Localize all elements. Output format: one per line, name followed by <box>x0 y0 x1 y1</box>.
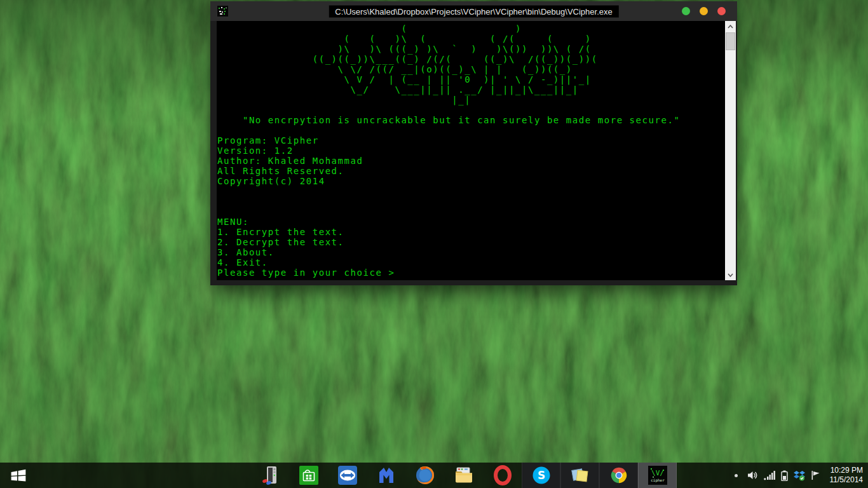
volume-icon[interactable] <box>747 470 758 480</box>
taskbar-item-vcipher[interactable]: \V/ cipher <box>638 463 677 488</box>
skype-icon: S <box>532 466 551 485</box>
chevron-down-icon <box>728 273 733 277</box>
desktop: C:\Users\Khaled\Dropbox\Projects\VCipher… <box>0 0 868 488</box>
taskbar-item-firefox[interactable] <box>405 463 444 488</box>
taskbar: S \ <box>0 463 868 488</box>
svg-text:\V/: \V/ <box>651 469 664 477</box>
tray-hidden-icons-dot[interactable] <box>735 474 738 477</box>
network-signal-icon[interactable] <box>764 470 775 480</box>
taskbar-item-skype[interactable]: S <box>522 463 560 488</box>
windows-logo-icon <box>10 467 27 484</box>
taskbar-item-malwarebytes[interactable] <box>367 463 405 488</box>
clock-date: 11/5/2014 <box>830 475 864 485</box>
taskbar-item-sticky-notes[interactable] <box>560 463 599 488</box>
svg-text:cipher: cipher <box>651 478 665 483</box>
console-window: C:\Users\Khaled\Dropbox\Projects\VCipher… <box>210 1 737 285</box>
teamviewer-icon <box>338 466 357 485</box>
console-output: ( ) ( ( )\ ( ( /( ( ) )\ )\ (((_) )\ ` )… <box>217 21 725 278</box>
taskbar-item-teamviewer[interactable] <box>328 463 367 488</box>
scroll-down-button[interactable] <box>725 269 736 280</box>
taskbar-item-pc-tower[interactable] <box>250 463 289 488</box>
taskbar-items: S \ <box>250 463 677 488</box>
scrollbar-thumb[interactable] <box>726 32 735 50</box>
taskbar-clock[interactable]: 10:29 PM 11/5/2014 <box>830 466 864 485</box>
console-scrollbar[interactable] <box>725 21 736 280</box>
window-icon <box>217 6 228 17</box>
window-controls <box>682 1 726 21</box>
window-titlebar[interactable]: C:\Users\Khaled\Dropbox\Projects\VCipher… <box>210 1 737 21</box>
taskbar-item-file-explorer[interactable] <box>444 463 483 488</box>
chevron-up-icon <box>728 25 733 29</box>
opera-icon <box>492 465 513 485</box>
firefox-icon <box>415 465 435 485</box>
pc-tower-icon <box>260 465 280 485</box>
malwarebytes-icon <box>377 466 396 485</box>
taskbar-item-opera[interactable] <box>483 463 522 488</box>
start-button[interactable] <box>0 463 37 488</box>
battery-icon[interactable] <box>781 470 788 481</box>
windows-store-icon <box>299 466 318 485</box>
clock-time: 10:29 PM <box>830 466 864 475</box>
svg-text:S: S <box>537 469 545 482</box>
chrome-icon <box>609 466 628 485</box>
system-tray: 10:29 PM 11/5/2014 <box>735 463 868 488</box>
maximize-button[interactable] <box>700 7 708 15</box>
close-button[interactable] <box>717 7 726 15</box>
taskbar-item-windows-store[interactable] <box>289 463 328 488</box>
taskbar-item-chrome[interactable] <box>599 463 638 488</box>
window-title: C:\Users\Khaled\Dropbox\Projects\VCipher… <box>329 5 618 17</box>
sticky-notes-icon <box>570 465 590 485</box>
dropbox-icon[interactable] <box>794 470 805 481</box>
console-screen[interactable]: ( ) ( ( )\ ( ( /( ( ) )\ )\ (((_) )\ ` )… <box>217 21 725 280</box>
action-center-flag-icon[interactable] <box>811 470 820 480</box>
minimize-button[interactable] <box>682 7 690 15</box>
scroll-up-button[interactable] <box>725 21 736 32</box>
file-explorer-icon <box>454 465 474 485</box>
vcipher-icon: \V/ cipher <box>648 466 667 485</box>
